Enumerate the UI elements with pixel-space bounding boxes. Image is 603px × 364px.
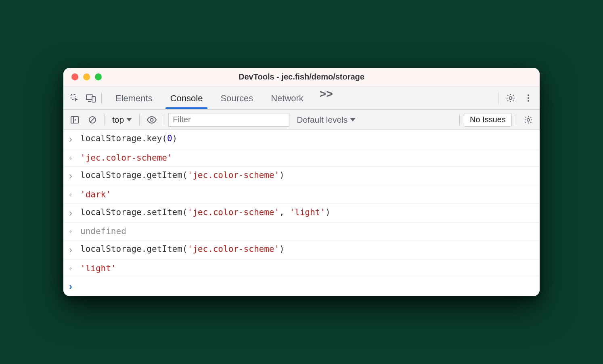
window-title: DevTools - jec.fish/demo/storage (63, 72, 540, 82)
console-row: ›localStorage.getItem('jec.color-scheme'… (63, 241, 540, 260)
log-levels-select[interactable]: Default levels (291, 115, 361, 125)
input-chevron-icon: › (69, 132, 80, 146)
console-row: ‹·undefined (63, 223, 540, 240)
chevron-down-icon (350, 118, 356, 121)
divider (164, 114, 164, 126)
context-label: top (112, 115, 124, 125)
console-row: ›localStorage.setItem('jec.color-scheme'… (63, 204, 540, 223)
console-code: undefined (80, 225, 126, 237)
svg-point-5 (528, 94, 529, 96)
settings-icon[interactable] (502, 90, 519, 106)
panel-tabs: Elements Console Sources Network >> (108, 88, 496, 109)
svg-point-6 (528, 97, 529, 99)
input-chevron-icon: › (69, 243, 80, 257)
console-output[interactable]: ›localStorage.key(0)‹·'jec.color-scheme'… (63, 130, 540, 296)
console-code: 'dark' (80, 188, 111, 201)
console-code: 'jec.color-scheme' (80, 152, 172, 164)
console-row: ›localStorage.getItem('jec.color-scheme'… (63, 167, 540, 186)
divider (139, 114, 140, 126)
svg-point-4 (509, 96, 512, 99)
console-code: localStorage.getItem('jec.color-scheme') (80, 169, 285, 181)
console-row: ‹·'light' (63, 260, 540, 277)
traffic-lights (63, 73, 102, 80)
kebab-menu-icon[interactable] (520, 90, 536, 106)
tab-elements[interactable]: Elements (108, 88, 160, 109)
prompt-chevron-icon: › (69, 280, 80, 294)
svg-point-13 (527, 118, 530, 121)
live-expression-icon[interactable] (144, 112, 160, 128)
device-toolbar-icon[interactable] (83, 90, 99, 106)
toggle-sidebar-icon[interactable] (67, 112, 83, 128)
divider (105, 114, 105, 126)
inspect-element-icon[interactable] (67, 90, 83, 106)
input-chevron-icon: › (69, 206, 80, 220)
divider (459, 114, 460, 126)
console-row: › (63, 277, 540, 296)
console-code: localStorage.key(0) (80, 132, 177, 144)
console-row: ‹·'dark' (63, 186, 540, 203)
minimize-window-button[interactable] (83, 73, 90, 80)
tab-sources[interactable]: Sources (213, 88, 260, 109)
divider (516, 114, 516, 126)
tab-network[interactable]: Network (264, 88, 311, 109)
more-tabs-button[interactable]: >> (314, 88, 339, 109)
tab-console[interactable]: Console (163, 88, 210, 109)
input-chevron-icon: › (69, 169, 80, 183)
execution-context-select[interactable]: top (109, 113, 135, 126)
issues-button[interactable]: No Issues (464, 113, 512, 127)
svg-point-7 (528, 100, 529, 102)
console-settings-icon[interactable] (520, 112, 536, 128)
divider (101, 92, 102, 104)
divider (498, 92, 498, 104)
console-code: localStorage.setItem('jec.color-scheme',… (80, 206, 331, 218)
levels-label: Default levels (297, 115, 348, 125)
console-row: ‹·'jec.color-scheme' (63, 149, 540, 167)
output-chevron-icon: ‹· (69, 262, 80, 274)
clear-console-icon[interactable] (84, 112, 100, 128)
tabstrip: Elements Console Sources Network >> (63, 86, 540, 110)
console-toolbar: top Default levels No Issues (63, 110, 540, 130)
console-code: localStorage.getItem('jec.color-scheme') (80, 243, 285, 255)
filter-input[interactable] (168, 113, 289, 127)
issues-label: No Issues (470, 115, 506, 124)
output-chevron-icon: ‹· (69, 188, 80, 200)
console-row: ›localStorage.key(0) (63, 130, 540, 149)
chevron-down-icon (126, 118, 132, 121)
console-code: 'light' (80, 262, 116, 274)
titlebar: DevTools - jec.fish/demo/storage (63, 68, 540, 86)
maximize-window-button[interactable] (95, 73, 102, 80)
svg-line-11 (90, 117, 95, 122)
close-window-button[interactable] (71, 73, 78, 80)
svg-rect-3 (92, 96, 95, 102)
output-chevron-icon: ‹· (69, 152, 80, 163)
devtools-window: DevTools - jec.fish/demo/storage Element… (63, 68, 540, 296)
svg-point-12 (151, 118, 153, 121)
output-chevron-icon: ‹· (69, 225, 80, 237)
